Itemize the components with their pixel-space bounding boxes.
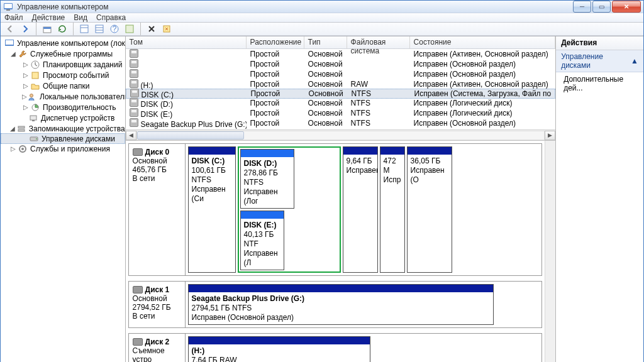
scroll-track[interactable] — [136, 131, 545, 140]
actions-header: Действия — [556, 36, 643, 50]
volume-row[interactable]: Seagate Backup Plus Drive (G:)ПростойОсн… — [126, 118, 556, 128]
menu-action[interactable]: Действие — [32, 13, 65, 22]
properties-icon[interactable] — [161, 23, 172, 35]
refresh2-icon[interactable] — [124, 23, 135, 35]
volume-row[interactable]: DISK (E:)ПростойОсновнойNTFSИсправен (Ло… — [126, 108, 556, 118]
col-fs[interactable]: Файловая система — [347, 36, 410, 48]
minimize-button[interactable]: ─ — [573, 1, 591, 13]
v-scrollbar[interactable] — [545, 141, 555, 362]
forward-button[interactable] — [19, 23, 31, 35]
col-layout[interactable]: Расположение — [247, 36, 304, 48]
disk-row[interactable]: Диск 1Основной2794,52 ГБВ сетиSeagate Ba… — [128, 281, 543, 328]
volume-grid: Том Расположение Тип Файловая система Со… — [126, 36, 556, 141]
h-scrollbar[interactable]: ◀ ▶ — [126, 129, 556, 140]
svg-rect-2 — [6, 9, 10, 11]
tree-shared[interactable]: ▷Общие папки — [1, 80, 125, 91]
partition[interactable]: Seagate Backup Plus Drive (G:)2794,51 ГБ… — [188, 284, 494, 325]
help-icon[interactable]: ? — [109, 23, 120, 35]
tree-diskmgr[interactable]: Управление дисками — [1, 133, 125, 144]
partition[interactable]: 36,05 ГБИсправен (О — [407, 146, 452, 273]
disk-layout-pane[interactable]: Диск 0Основной465,76 ГБВ сетиDISK (C:)10… — [126, 141, 545, 362]
computer-icon — [4, 38, 14, 48]
main-body: Управление компьютером (локальным) ◢Служ… — [1, 36, 643, 362]
svg-point-18 — [30, 94, 33, 97]
title-bar[interactable]: Управление компьютером ─ ▭ ✕ — [1, 1, 643, 13]
col-volume[interactable]: Том — [126, 36, 247, 48]
list-icon[interactable] — [94, 23, 105, 35]
actions-more[interactable]: Дополнительные дей... — [556, 72, 643, 95]
col-type[interactable]: Тип — [304, 36, 347, 48]
svg-text:?: ? — [113, 25, 117, 33]
scroll-left-button[interactable]: ◀ — [126, 131, 136, 140]
toolbar: ? — [1, 23, 643, 36]
tree-root[interactable]: Управление компьютером (локальным) — [1, 38, 125, 48]
storage-icon — [17, 124, 26, 134]
window-buttons: ─ ▭ ✕ — [573, 1, 641, 13]
grid-body[interactable]: ПростойОсновнойИсправен (Активен, Основн… — [126, 49, 556, 129]
disk-icon — [29, 134, 39, 144]
users-icon — [28, 92, 37, 102]
partition[interactable]: DISK (C:)100,61 ГБ NTFSИсправен (Си — [188, 146, 236, 273]
folder-icon — [30, 81, 40, 91]
tree-events[interactable]: ▷Просмотр событий — [1, 70, 125, 80]
tree-services[interactable]: ◢Служебные программы — [1, 48, 125, 59]
partition[interactable]: DISK (D:)278,86 ГБ NTFSИсправен (Лог — [240, 149, 294, 209]
svg-point-27 — [21, 148, 24, 150]
extended-partition[interactable]: DISK (D:)278,86 ГБ NTFSИсправен (ЛогDISK… — [238, 146, 341, 273]
volume-row[interactable]: ПростойОсновнойИсправен (Основной раздел… — [126, 59, 556, 69]
tree-storage[interactable]: ◢Запоминающие устройства — [1, 123, 125, 134]
tree-users[interactable]: ▷Локальные пользователи и группы — [1, 91, 125, 102]
delete-icon[interactable] — [146, 23, 157, 35]
menu-help[interactable]: Справка — [96, 13, 126, 22]
svg-rect-23 — [18, 129, 25, 131]
volume-row[interactable]: ПростойОсновнойИсправен (Активен, Основн… — [126, 49, 556, 59]
services-icon — [18, 144, 28, 154]
svg-rect-1 — [4, 4, 12, 8]
actions-pane: Действия Управление дисками▲ Дополнитель… — [556, 36, 643, 362]
disk-row[interactable]: Диск 0Основной465,76 ГБВ сетиDISK (C:)10… — [128, 143, 543, 276]
svg-rect-4 — [43, 27, 51, 29]
close-button[interactable]: ✕ — [612, 1, 641, 13]
clock-icon — [30, 60, 40, 70]
actions-group[interactable]: Управление дисками▲ — [556, 50, 643, 72]
app-icon — [3, 2, 13, 12]
tree-devmgr[interactable]: Диспетчер устройств — [1, 112, 125, 123]
svg-rect-12 — [126, 25, 133, 33]
partition[interactable]: DISK (E:)40,13 ГБ NTFИсправен (Л — [240, 211, 284, 270]
scroll-thumb[interactable] — [137, 131, 244, 140]
main-content: Том Расположение Тип Файловая система Со… — [126, 36, 557, 362]
partition[interactable]: (H:)7,64 ГБ RAWИсправен (Активен, Основн… — [188, 336, 370, 362]
svg-rect-22 — [18, 126, 25, 128]
svg-rect-15 — [6, 40, 13, 45]
nav-tree[interactable]: Управление компьютером (локальным) ◢Служ… — [1, 36, 126, 362]
maximize-button[interactable]: ▭ — [592, 1, 611, 13]
tree-scheduler[interactable]: ▷Планировщик заданий — [1, 59, 125, 70]
scroll-right-button[interactable]: ▶ — [545, 131, 555, 140]
window-title: Управление компьютером — [17, 3, 573, 11]
partition[interactable]: 472 МИспр — [380, 146, 405, 273]
tree-apps[interactable]: ▷Службы и приложения — [1, 143, 125, 154]
app-window: Управление компьютером ─ ▭ ✕ Файл Действ… — [0, 0, 644, 362]
disk-row[interactable]: Диск 2Съемное устро7,64 ГБВ сети (H:)7,6… — [128, 333, 543, 362]
refresh-button[interactable] — [57, 23, 68, 35]
up-button[interactable] — [42, 23, 53, 35]
volume-row[interactable]: ПростойОсновнойИсправен (Основной раздел… — [126, 69, 556, 79]
svg-rect-7 — [96, 25, 103, 33]
view-icon[interactable] — [79, 23, 90, 35]
tree-perf[interactable]: ▷Производительность — [1, 102, 125, 112]
svg-rect-20 — [30, 116, 36, 120]
menu-file[interactable]: Файл — [4, 13, 23, 22]
menu-view[interactable]: Вид — [74, 13, 87, 22]
svg-rect-17 — [32, 72, 38, 79]
svg-rect-5 — [80, 25, 88, 33]
tools-icon — [18, 49, 28, 59]
volume-row[interactable]: DISK (D:)ПростойОсновнойNTFSИсправен (Ло… — [126, 98, 556, 108]
svg-rect-21 — [32, 120, 35, 121]
svg-point-25 — [36, 138, 37, 140]
perf-icon — [30, 102, 40, 112]
event-icon — [30, 70, 40, 80]
grid-header: Том Расположение Тип Файловая система Со… — [126, 36, 556, 49]
back-button[interactable] — [4, 23, 16, 35]
col-status[interactable]: Состояние — [410, 36, 556, 48]
partition[interactable]: 9,64 ГБИсправен — [343, 146, 378, 273]
